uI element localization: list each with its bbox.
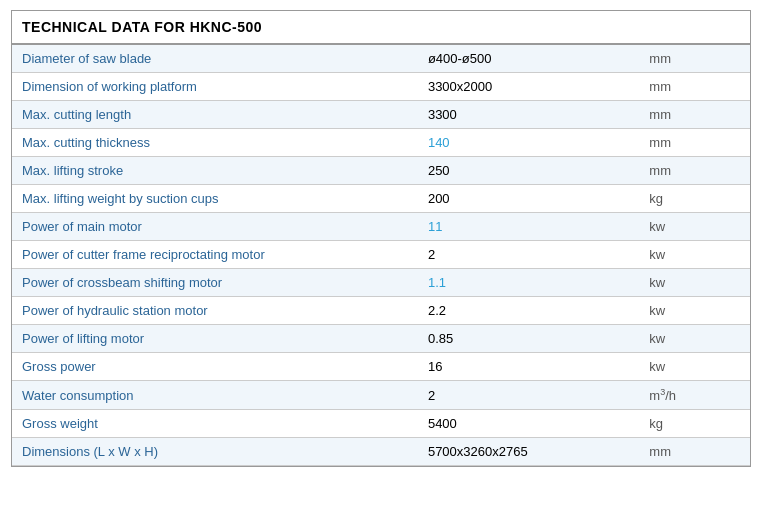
parameter-label: Water consumption bbox=[12, 381, 418, 410]
table-row: Max. lifting weight by suction cups200kg bbox=[12, 185, 750, 213]
parameter-unit: kg bbox=[639, 410, 750, 438]
table-row: Power of lifting motor0.85kw bbox=[12, 325, 750, 353]
parameter-unit: mm bbox=[639, 73, 750, 101]
technical-data-table: TECHNICAL DATA FOR HKNC-500 Diameter of … bbox=[11, 10, 751, 467]
parameter-value: 3300 bbox=[418, 101, 639, 129]
parameter-unit: kg bbox=[639, 185, 750, 213]
table-row: Power of hydraulic station motor2.2kw bbox=[12, 297, 750, 325]
parameter-label: Power of crossbeam shifting motor bbox=[12, 269, 418, 297]
table-row: Gross power16kw bbox=[12, 353, 750, 381]
parameter-unit: m3/h bbox=[639, 381, 750, 410]
parameter-value: 11 bbox=[418, 213, 639, 241]
parameter-label: Dimensions (L x W x H) bbox=[12, 438, 418, 466]
parameter-unit: mm bbox=[639, 45, 750, 73]
parameter-unit: kw bbox=[639, 353, 750, 381]
parameter-label: Power of main motor bbox=[12, 213, 418, 241]
parameter-value: 3300x2000 bbox=[418, 73, 639, 101]
parameter-value: 5400 bbox=[418, 410, 639, 438]
parameter-unit: kw bbox=[639, 269, 750, 297]
parameter-label: Gross power bbox=[12, 353, 418, 381]
parameter-value: 2.2 bbox=[418, 297, 639, 325]
parameter-unit: mm bbox=[639, 101, 750, 129]
parameter-label: Power of cutter frame reciproctating mot… bbox=[12, 241, 418, 269]
parameter-value: 1.1 bbox=[418, 269, 639, 297]
table-row: Max. cutting thickness140mm bbox=[12, 129, 750, 157]
parameter-label: Max. lifting weight by suction cups bbox=[12, 185, 418, 213]
parameter-label: Power of lifting motor bbox=[12, 325, 418, 353]
parameter-unit: mm bbox=[639, 438, 750, 466]
parameter-unit: kw bbox=[639, 213, 750, 241]
parameter-unit: kw bbox=[639, 241, 750, 269]
parameter-value: 250 bbox=[418, 157, 639, 185]
table-row: Gross weight5400kg bbox=[12, 410, 750, 438]
parameter-value: 2 bbox=[418, 381, 639, 410]
table-row: Power of main motor11kw bbox=[12, 213, 750, 241]
parameter-value: 0.85 bbox=[418, 325, 639, 353]
table-row: Max. lifting stroke250mm bbox=[12, 157, 750, 185]
table-header: TECHNICAL DATA FOR HKNC-500 bbox=[12, 11, 750, 44]
table-row: Power of cutter frame reciproctating mot… bbox=[12, 241, 750, 269]
parameter-label: Power of hydraulic station motor bbox=[12, 297, 418, 325]
table-row: Water consumption2m3/h bbox=[12, 381, 750, 410]
parameter-label: Max. cutting length bbox=[12, 101, 418, 129]
parameter-value: 140 bbox=[418, 129, 639, 157]
table-title: TECHNICAL DATA FOR HKNC-500 bbox=[12, 11, 750, 44]
table-row: Max. cutting length3300mm bbox=[12, 101, 750, 129]
parameter-unit: mm bbox=[639, 157, 750, 185]
parameter-label: Dimension of working platform bbox=[12, 73, 418, 101]
table-row: Power of crossbeam shifting motor1.1kw bbox=[12, 269, 750, 297]
parameter-value: ø400-ø500 bbox=[418, 45, 639, 73]
parameter-value: 2 bbox=[418, 241, 639, 269]
parameter-label: Max. lifting stroke bbox=[12, 157, 418, 185]
parameter-label: Gross weight bbox=[12, 410, 418, 438]
parameter-label: Diameter of saw blade bbox=[12, 45, 418, 73]
parameter-unit: kw bbox=[639, 325, 750, 353]
table-row: Dimension of working platform3300x2000mm bbox=[12, 73, 750, 101]
parameter-label: Max. cutting thickness bbox=[12, 129, 418, 157]
parameter-value: 16 bbox=[418, 353, 639, 381]
table-row: Dimensions (L x W x H)5700x3260x2765mm bbox=[12, 438, 750, 466]
table-row: Diameter of saw bladeø400-ø500mm bbox=[12, 45, 750, 73]
parameter-unit: kw bbox=[639, 297, 750, 325]
parameter-value: 200 bbox=[418, 185, 639, 213]
parameter-unit: mm bbox=[639, 129, 750, 157]
parameter-value: 5700x3260x2765 bbox=[418, 438, 639, 466]
